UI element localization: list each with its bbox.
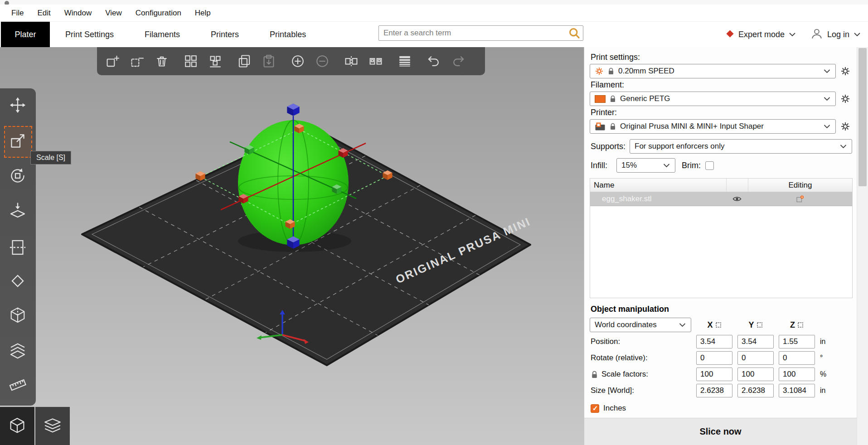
object-manipulation-title: Object manipulation — [591, 305, 857, 314]
menu-edit[interactable]: Edit — [30, 9, 57, 18]
redo-icon[interactable] — [449, 52, 468, 71]
print-settings-gear-button[interactable] — [839, 64, 852, 78]
menu-help[interactable]: Help — [188, 9, 218, 18]
tooltip-scale: Scale [S] — [30, 151, 71, 164]
chevron-down-icon — [823, 94, 831, 103]
filament-value: Generic PETG — [620, 94, 670, 103]
view-layers-preview-button[interactable] — [35, 407, 70, 445]
menu-window[interactable]: Window — [58, 9, 98, 18]
gizmo-toolbar — [0, 88, 36, 406]
visibility-toggle[interactable] — [726, 196, 748, 202]
mode-selector[interactable]: Expert mode — [738, 30, 785, 39]
menu-view[interactable]: View — [98, 9, 129, 18]
search-box[interactable] — [378, 25, 583, 41]
tab-bar: Plater Print Settings Filaments Printers… — [0, 22, 868, 47]
object-list-empty-area[interactable] — [590, 206, 852, 298]
mode-chevron-down-icon[interactable] — [789, 30, 796, 39]
edit-object-button[interactable] — [748, 195, 852, 203]
size-y-input[interactable] — [737, 384, 774, 397]
plater-3d-viewport[interactable]: ORIGINAL PRUSA MINI — [0, 47, 584, 445]
login-button[interactable]: Log in — [827, 30, 849, 39]
lock-icon — [609, 122, 616, 131]
print-settings-label: Print settings: — [591, 53, 857, 62]
chevron-down-icon — [823, 122, 831, 131]
login-chevron-down-icon[interactable] — [853, 30, 861, 39]
chevron-down-icon — [663, 161, 670, 170]
menu-configuration[interactable]: Configuration — [129, 9, 188, 18]
scrollbar-thumb[interactable] — [858, 48, 867, 186]
brim-checkbox[interactable] — [705, 161, 714, 170]
scale-y-input[interactable] — [737, 368, 774, 381]
axis-header-y: Y — [737, 320, 774, 330]
panel-scrollbar[interactable] — [857, 47, 868, 445]
arrange-icon[interactable] — [181, 52, 200, 71]
tab-printers[interactable]: Printers — [195, 22, 254, 47]
view-mode-switch — [0, 407, 70, 445]
search-input[interactable] — [379, 29, 568, 38]
delete-all-icon[interactable] — [152, 52, 171, 71]
printer-icon — [595, 122, 606, 131]
eye-icon — [732, 196, 742, 202]
position-x-input[interactable] — [696, 335, 732, 348]
add-object-icon[interactable] — [103, 52, 122, 71]
inches-checkbox[interactable] — [591, 404, 599, 413]
split-objects-icon[interactable] — [342, 52, 361, 71]
infill-combo[interactable]: 15% — [616, 158, 675, 173]
chevron-down-icon — [823, 67, 831, 76]
rotate-y-input[interactable] — [737, 351, 774, 365]
printer-gear-button[interactable] — [839, 120, 852, 133]
remove-object-icon[interactable] — [128, 52, 147, 71]
search-icon[interactable] — [568, 27, 580, 39]
place-on-face-tool-icon[interactable] — [6, 199, 29, 222]
scale-x-input[interactable] — [696, 368, 732, 381]
position-z-input[interactable] — [779, 335, 815, 348]
arrange-bed-icon[interactable] — [206, 52, 225, 71]
split-parts-icon[interactable] — [366, 52, 385, 71]
undo-icon[interactable] — [424, 52, 443, 71]
seam-tool-icon[interactable] — [6, 304, 29, 327]
object-list-row[interactable]: egg_shaker.stl — [590, 192, 852, 206]
object-list-header: Name Editing — [590, 179, 852, 192]
filament-combo[interactable]: Generic PETG — [590, 92, 836, 106]
size-x-input[interactable] — [696, 384, 732, 397]
uniform-scale-lock-icon[interactable] — [591, 370, 598, 379]
paint-supports-tool-icon[interactable] — [6, 270, 29, 292]
position-y-input[interactable] — [737, 335, 774, 348]
size-z-input[interactable] — [779, 384, 815, 397]
tab-plater[interactable]: Plater — [1, 22, 50, 47]
name-column-header: Name — [590, 181, 726, 190]
print-settings-combo[interactable]: 0.20mm SPEED — [590, 64, 836, 78]
supports-combo[interactable]: For support enforcers only — [630, 139, 852, 154]
rotate-x-input[interactable] — [696, 351, 732, 365]
scale-z-input[interactable] — [779, 368, 815, 381]
scale-tool-icon[interactable] — [6, 130, 29, 152]
rotate-z-input[interactable] — [779, 351, 815, 365]
scene-canvas[interactable]: ORIGINAL PRUSA MINI — [0, 47, 584, 445]
paste-icon[interactable] — [259, 52, 278, 71]
tab-printables[interactable]: Printables — [254, 22, 321, 47]
view-3d-editor-button[interactable] — [0, 407, 34, 445]
emboss-tool-icon[interactable] — [6, 339, 29, 362]
axis-header-z: Z — [779, 320, 815, 330]
visibility-column-header — [726, 179, 748, 192]
printer-combo[interactable]: Original Prusa MINI & MINI+ Input Shaper — [590, 119, 836, 134]
sidebar-panel: Print settings: 0.20mm SPEED Filament: G… — [584, 47, 857, 445]
filament-gear-button[interactable] — [839, 92, 852, 106]
slice-now-button[interactable]: Slice now — [584, 418, 857, 445]
tab-filaments[interactable]: Filaments — [129, 22, 195, 47]
add-instance-icon[interactable] — [288, 52, 307, 71]
move-tool-icon[interactable] — [6, 94, 29, 116]
rotate-tool-icon[interactable] — [6, 164, 29, 187]
scale-factors-label: Scale factors: — [590, 370, 691, 379]
copy-icon[interactable] — [235, 52, 254, 71]
avatar-icon — [810, 27, 823, 42]
remove-instance-icon[interactable] — [313, 52, 332, 71]
cut-tool-icon[interactable] — [6, 236, 29, 259]
profile-gear-icon — [595, 67, 604, 76]
tab-print-settings[interactable]: Print Settings — [50, 22, 129, 47]
coordinate-system-combo[interactable]: World coordinates — [590, 318, 691, 332]
chevron-down-icon — [679, 320, 686, 329]
variable-layer-height-icon[interactable] — [395, 52, 414, 71]
measure-tool-icon[interactable] — [6, 373, 29, 396]
menu-file[interactable]: File — [5, 9, 30, 18]
